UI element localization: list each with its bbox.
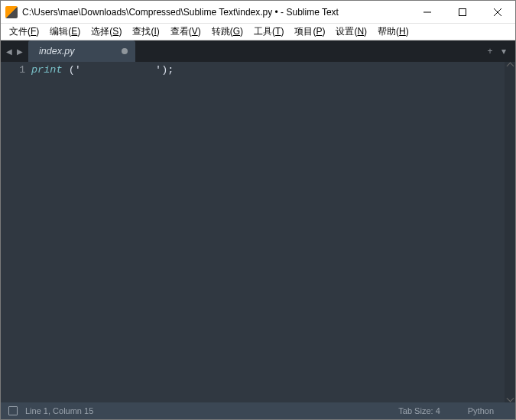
token-semicolon: ; xyxy=(167,64,174,76)
close-button[interactable] xyxy=(480,1,515,23)
menu-select[interactable]: 选择(S) xyxy=(86,24,127,40)
tab-list-button[interactable]: ▾ xyxy=(497,46,511,57)
status-tab-size[interactable]: Tab Size: 4 xyxy=(385,406,453,415)
line-number-gutter[interactable]: 1 xyxy=(1,62,31,402)
line-number: 1 xyxy=(1,64,25,76)
menu-edit[interactable]: 编辑(E) xyxy=(44,24,86,40)
window-controls xyxy=(410,1,515,23)
app-window: C:\Users\mae\Downloads\Compressed\Sublim… xyxy=(0,0,516,420)
window-title: C:\Users\mae\Downloads\Compressed\Sublim… xyxy=(22,7,410,18)
tab-label: index.py xyxy=(39,46,75,57)
menu-file[interactable]: 文件(F) xyxy=(4,24,44,40)
vertical-scrollbar[interactable] xyxy=(505,62,515,402)
tab-nav: ◀ ▶ xyxy=(1,40,28,62)
status-bar: Line 1, Column 15 Tab Size: 4 Python xyxy=(1,402,515,419)
code-line: print (' '); xyxy=(31,64,491,76)
app-icon xyxy=(5,6,18,18)
menu-find[interactable]: 查找(I) xyxy=(127,24,164,40)
code-area[interactable]: print (' '); xyxy=(31,62,491,402)
menu-help[interactable]: 帮助(H) xyxy=(372,24,414,40)
panel-toggle-icon[interactable] xyxy=(8,406,18,415)
token-paren-open: ( xyxy=(69,64,75,76)
menu-tools[interactable]: 工具(T) xyxy=(248,24,289,40)
minimize-button[interactable] xyxy=(410,1,445,23)
tab-bar-right: + ▾ xyxy=(483,40,515,62)
token-quote: ' xyxy=(75,64,81,76)
new-tab-button[interactable]: + xyxy=(483,46,497,57)
tab-back-button[interactable]: ◀ xyxy=(4,44,15,59)
menu-goto[interactable]: 转跳(G) xyxy=(206,24,248,40)
menu-bar: 文件(F) 编辑(E) 选择(S) 查找(I) 查看(V) 转跳(G) 工具(T… xyxy=(1,24,515,40)
menu-settings[interactable]: 设置(N) xyxy=(330,24,372,40)
minimap[interactable] xyxy=(491,62,505,402)
svg-rect-1 xyxy=(459,8,466,15)
token-function: print xyxy=(31,64,63,76)
status-syntax[interactable]: Python xyxy=(454,406,508,415)
status-cursor-position[interactable]: Line 1, Column 15 xyxy=(25,406,93,415)
title-bar[interactable]: C:\Users\mae\Downloads\Compressed\Sublim… xyxy=(1,1,515,24)
token-quote: ' xyxy=(155,64,161,76)
editor-area: 1 print (' '); xyxy=(1,62,515,402)
tab-indexpy[interactable]: index.py xyxy=(28,40,135,62)
menu-project[interactable]: 项目(P) xyxy=(289,24,330,40)
dirty-indicator-icon xyxy=(122,48,128,54)
tab-bar: ◀ ▶ index.py + ▾ xyxy=(1,40,515,62)
tab-forward-button[interactable]: ▶ xyxy=(15,44,25,59)
menu-view[interactable]: 查看(V) xyxy=(165,24,206,40)
token-paren-close: ) xyxy=(161,64,167,76)
maximize-button[interactable] xyxy=(445,1,480,23)
